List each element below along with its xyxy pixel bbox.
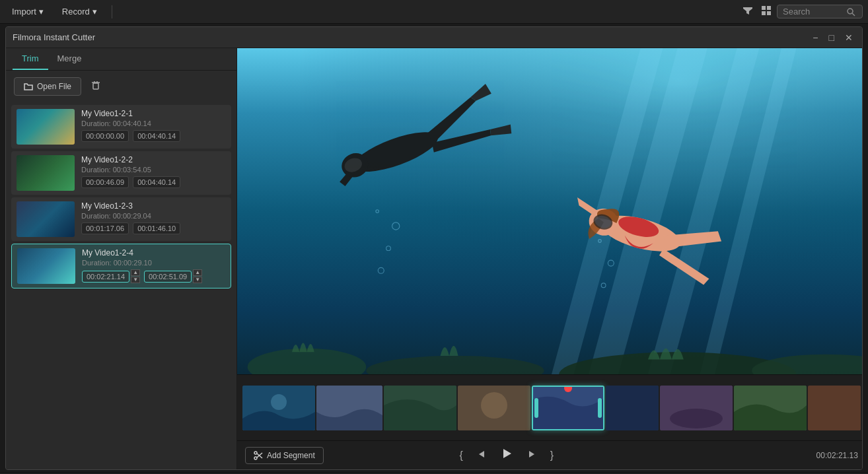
toolbar-separator	[112, 5, 112, 18]
timeline-thumb	[808, 386, 861, 430]
video-preview	[237, 48, 862, 374]
end-down-btn[interactable]: ▼	[193, 277, 202, 283]
svg-marker-54	[529, 451, 534, 457]
svg-rect-43	[606, 386, 659, 430]
start-up-btn[interactable]: ▲	[131, 269, 140, 276]
end-time: 00:04:40.14	[133, 130, 180, 142]
timeline-thumb	[384, 386, 456, 430]
svg-rect-11	[237, 48, 862, 374]
file-thumbnail	[17, 201, 75, 237]
end-time: 00:01:46.10	[133, 222, 180, 234]
list-item[interactable]: My Video1-2-4 Duration: 00:00:29.10 00:0…	[11, 244, 231, 288]
file-times: 00:01:17.06 00:01:46.10	[81, 222, 226, 234]
file-name: My Video1-2-1	[81, 109, 226, 118]
start-time-wrap: 00:02:21.14 ▲ ▼	[82, 269, 140, 283]
svg-rect-6	[93, 83, 98, 89]
end-up-btn[interactable]: ▲	[193, 269, 202, 276]
tab-merge[interactable]: Merge	[48, 48, 91, 70]
folder-icon	[24, 82, 33, 91]
open-file-label: Open File	[37, 82, 71, 91]
svg-point-49	[254, 457, 257, 459]
start-time: 00:02:21.14	[82, 271, 129, 283]
file-info: My Video1-2-2 Duration: 00:03:54.05 00:0…	[81, 155, 226, 188]
start-down-btn[interactable]: ▼	[131, 277, 140, 283]
import-label: Import	[12, 7, 36, 17]
segment-handle-right[interactable]	[598, 398, 602, 418]
ocean-scene-svg	[237, 48, 862, 374]
grid-icon-btn[interactable]	[758, 3, 774, 20]
file-times: 00:00:00.00 00:04:40.14	[81, 130, 226, 142]
svg-line-51	[257, 453, 262, 457]
file-info: My Video1-2-1 Duration: 00:04:40.14 00:0…	[81, 109, 226, 142]
file-thumbnail	[17, 109, 75, 145]
timeline-thumb	[734, 386, 807, 430]
search-input[interactable]	[783, 7, 842, 17]
svg-point-36	[271, 394, 287, 410]
start-spinner: ▲ ▼	[131, 269, 140, 283]
delete-button[interactable]	[87, 77, 105, 96]
timeline-thumb	[316, 386, 382, 430]
content-area: Trim Merge Open File	[6, 48, 862, 469]
record-button[interactable]: Record ▾	[55, 4, 104, 19]
active-timeline-thumb[interactable]	[532, 386, 604, 430]
left-panel: Trim Merge Open File	[6, 48, 237, 469]
filter-icon	[742, 5, 753, 16]
start-time: 00:01:17.06	[81, 222, 129, 234]
svg-point-40	[481, 392, 507, 419]
end-time-wrap: 00:02:51.09 ▲ ▼	[144, 269, 202, 283]
bracket-close-button[interactable]: }	[546, 447, 558, 464]
bracket-open-button[interactable]: {	[455, 447, 466, 464]
end-time: 00:02:51.09	[144, 271, 192, 283]
scissors-icon	[254, 451, 263, 460]
svg-line-5	[852, 13, 855, 16]
file-times: 00:02:21.14 ▲ ▼ 00:02:51.09 ▲ ▼	[82, 269, 225, 283]
list-item[interactable]: My Video1-2-1 Duration: 00:04:40.14 00:0…	[11, 105, 231, 149]
end-spinner: ▲ ▼	[193, 269, 202, 283]
window-title: Filmora Instant Cutter	[13, 32, 95, 42]
video-background	[237, 48, 862, 374]
import-chevron: ▾	[39, 7, 44, 17]
grid-icon	[761, 5, 772, 16]
restore-button[interactable]: □	[826, 31, 837, 44]
tabs-row: Trim Merge	[6, 48, 236, 71]
right-panel: Add Segment {	[237, 48, 862, 469]
svg-marker-52	[479, 451, 484, 457]
minimize-button[interactable]: −	[810, 31, 820, 44]
play-icon	[500, 447, 513, 460]
window-title-bar: Filmora Instant Cutter − □ ✕	[6, 27, 862, 48]
playback-timestamp: 00:02:21.13	[816, 451, 858, 460]
svg-point-45	[670, 409, 723, 428]
file-duration: Duration: 00:04:40.14	[81, 119, 226, 127]
timeline-thumb	[242, 386, 315, 430]
next-frame-button[interactable]	[523, 446, 541, 465]
prev-frame-button[interactable]	[472, 446, 491, 465]
list-item[interactable]: My Video1-2-3 Duration: 00:00:29.04 00:0…	[11, 197, 231, 241]
top-toolbar: Import ▾ Record ▾	[0, 0, 868, 24]
play-button[interactable]	[496, 444, 517, 466]
add-segment-button[interactable]: Add Segment	[245, 447, 324, 464]
timeline-thumb	[660, 386, 733, 430]
playback-controls: {	[455, 444, 558, 466]
start-time: 00:00:00.00	[81, 130, 129, 142]
close-button[interactable]: ✕	[842, 31, 855, 44]
svg-rect-0	[762, 6, 766, 10]
svg-rect-1	[767, 6, 771, 10]
record-label: Record	[62, 7, 90, 17]
file-info: My Video1-2-3 Duration: 00:00:29.04 00:0…	[81, 201, 226, 234]
file-name: My Video1-2-3	[81, 201, 226, 211]
add-segment-label: Add Segment	[267, 451, 315, 460]
tab-trim[interactable]: Trim	[13, 48, 48, 70]
search-box	[777, 5, 863, 18]
svg-rect-47	[808, 386, 861, 430]
import-button[interactable]: Import ▾	[5, 4, 50, 19]
filter-icon-btn[interactable]	[740, 3, 756, 20]
prev-frame-icon	[476, 449, 487, 459]
timeline-strip	[237, 375, 862, 440]
main-window: Filmora Instant Cutter − □ ✕ Trim Merge …	[5, 26, 863, 470]
controls-bar: Add Segment {	[237, 440, 862, 469]
file-list: My Video1-2-1 Duration: 00:04:40.14 00:0…	[6, 102, 236, 469]
timeline-thumb	[606, 386, 659, 430]
list-item[interactable]: My Video1-2-2 Duration: 00:03:54.05 00:0…	[11, 151, 231, 195]
open-file-button[interactable]: Open File	[14, 77, 81, 96]
segment-handle-left[interactable]	[534, 398, 538, 418]
